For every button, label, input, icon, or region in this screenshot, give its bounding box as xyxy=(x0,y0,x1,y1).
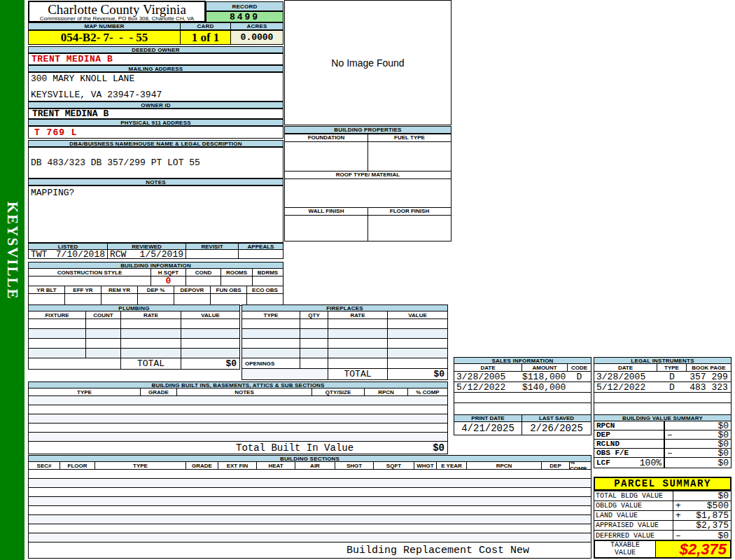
legal-type-cell: D xyxy=(657,372,687,382)
fireplaces-total-label: TOTAL xyxy=(328,369,388,379)
foundation-value-box xyxy=(284,141,368,172)
cond-value xyxy=(186,276,221,286)
sections-row xyxy=(29,488,591,497)
building-sections-table: SEC# FLOOR TYPE GRADE EXT FIN HEAT AIR S… xyxy=(28,462,592,559)
sections-row xyxy=(29,470,591,479)
parcel-row-name: DEFERRED VALUE xyxy=(594,531,673,540)
shgt-header: SHGT xyxy=(335,462,374,469)
image-panel: No Image Found xyxy=(284,0,451,125)
legal-bookpage-cell: 357 299 xyxy=(687,372,731,382)
builtins-total-row: Total Built In Value $0 xyxy=(29,442,447,454)
record-value: 8499 xyxy=(206,11,284,22)
parcel-row-sign: + xyxy=(676,501,681,510)
fireplaces-label: FIREPLACES xyxy=(241,304,448,312)
rpcn-header: RPCN xyxy=(467,462,542,469)
parcel-row-value: $500 xyxy=(707,501,729,510)
comp-header: % COMP xyxy=(570,462,591,469)
sqft-header: SQFT xyxy=(374,462,414,469)
reviewed-cell: RCW 1/5/2019 xyxy=(108,250,186,258)
fireplaces-row xyxy=(242,349,447,358)
listed-by: TWT xyxy=(31,250,47,258)
builtins-table: TYPE GRADE NOTES QTY/SIZE RPCN % COMP To… xyxy=(28,388,448,454)
hsqft-header: H SQFT xyxy=(151,269,186,276)
taxable-value-row: TAXABLE VALUE $2,375 xyxy=(594,540,732,559)
hsqft-value: 0 xyxy=(151,276,186,286)
revisit-header: REVISIT xyxy=(186,244,239,249)
mailing-line-2: KEYSVILLE, VA 23947-3947 xyxy=(31,90,281,100)
sales-code-cell xyxy=(568,382,591,392)
bdrms-value xyxy=(253,276,283,286)
plumbing-row xyxy=(29,339,239,349)
building-properties-label: BUILDING PROPERTIES xyxy=(284,126,451,134)
sales-date-cell: 5/12/2022 xyxy=(454,382,522,392)
fireplaces-openings-row: OPENINGS xyxy=(242,358,447,369)
bvs-sign: – xyxy=(667,449,673,457)
openings-label: OPENINGS xyxy=(242,358,300,368)
visits-header-row: LISTED REVIEWED REVISIT APPEALS xyxy=(29,244,283,250)
wall-finish-value-box xyxy=(284,215,368,241)
bvs-name: RCLND xyxy=(596,440,620,448)
builtins-row xyxy=(29,405,447,414)
sections-row xyxy=(29,533,591,542)
legal-bookpage-header: BOOK PAGE xyxy=(687,364,731,371)
print-date-value: 4/21/2025 xyxy=(454,422,522,435)
reviewed-by: RCW xyxy=(110,250,126,258)
listed-header: LISTED xyxy=(29,244,108,249)
rooms-value xyxy=(221,276,253,286)
fp-type-header: TYPE xyxy=(242,312,300,318)
legal-row: 3/28/2005 D 357 299 xyxy=(594,372,731,382)
cond-header: COND xyxy=(186,269,221,276)
listed-cell: TWT 7/10/2018 xyxy=(29,250,108,258)
bi-value-row-1: 0 xyxy=(29,276,283,286)
grade-header: GRADE xyxy=(186,462,218,469)
print-saved-value-row: 4/21/2025 2/26/2025 xyxy=(454,422,591,435)
print-date-header: PRINT DATE xyxy=(454,415,522,421)
plumbing-row xyxy=(29,349,239,358)
building-value-summary-table: RPCN $0 DEP –$0 RCLND $0 OBS F/E –$0 LCF… xyxy=(594,421,732,468)
floor-header: FLOOR xyxy=(60,462,95,469)
building-information-table: CONSTRUCTION STYLE H SQFT COND ROOMS BDR… xyxy=(28,269,284,306)
acres-label: ACRES xyxy=(230,22,284,30)
sales-code-cell: D xyxy=(568,372,591,382)
reviewed-date: 1/5/2019 xyxy=(140,250,183,258)
bvs-name: OBS F/E xyxy=(596,449,629,457)
mailing-line-1: 300 MARY KNOLL LANE xyxy=(31,74,281,84)
fireplaces-row xyxy=(242,329,447,339)
sections-row xyxy=(29,497,591,506)
parcel-row: APPRAISED VALUE $2,375 xyxy=(594,521,731,531)
yrblt-header: YR BLT xyxy=(29,286,65,293)
rate-header: RATE xyxy=(121,312,181,318)
mailing-address-box: 300 MARY KNOLL LANE KEYSVILLE, VA 23947-… xyxy=(28,72,284,102)
legal-row xyxy=(594,393,731,403)
building-information-label: BUILDING INFORMATION xyxy=(28,262,284,269)
district-name-vertical: KEYSVILLE xyxy=(4,202,21,300)
type-header: TYPE xyxy=(95,462,186,469)
property-record-card: KEYSVILLE Charlotte County Virginia Comm… xyxy=(0,0,735,560)
print-saved-table: PRINT DATE LAST SAVED 4/21/2025 2/26/202… xyxy=(454,414,592,435)
ecoobs-header: ECO OBS xyxy=(247,286,283,293)
appeals-cell xyxy=(239,250,283,258)
builtins-row xyxy=(29,433,447,442)
parcel-row-value: $0 xyxy=(718,491,729,500)
fireplaces-header-row: TYPE QTY RATE VALUE xyxy=(242,312,447,319)
acres-value: 0.0000 xyxy=(230,30,284,45)
sales-amount-cell: $118,000 xyxy=(522,372,568,382)
map-number-value: 054-B2- 7- - - 55 xyxy=(28,30,181,45)
bvs-row: OBS F/E –$0 xyxy=(594,449,731,458)
notes-label: NOTES xyxy=(28,178,284,186)
sections-row xyxy=(29,506,591,515)
heat-header: HEAT xyxy=(257,462,295,469)
sales-row: 5/12/2022 $140,000 xyxy=(454,382,591,393)
revisit-cell xyxy=(186,250,239,258)
sales-date-cell: 3/28/2005 xyxy=(454,372,522,382)
extfin-header: EXT FIN xyxy=(218,462,257,469)
sec-header: SEC# xyxy=(29,462,60,469)
sections-row xyxy=(29,515,591,524)
dep-pct-header: DEP % xyxy=(138,286,174,293)
bi-rpcn-header: RPCN xyxy=(365,388,408,396)
bvs-row: RPCN $0 xyxy=(594,421,731,430)
floor-finish-value-box xyxy=(368,215,451,241)
rooms-header: ROOMS xyxy=(221,269,253,276)
bvs-name: RPCN xyxy=(596,421,615,430)
owner-id-label: OWNER ID xyxy=(28,102,284,108)
